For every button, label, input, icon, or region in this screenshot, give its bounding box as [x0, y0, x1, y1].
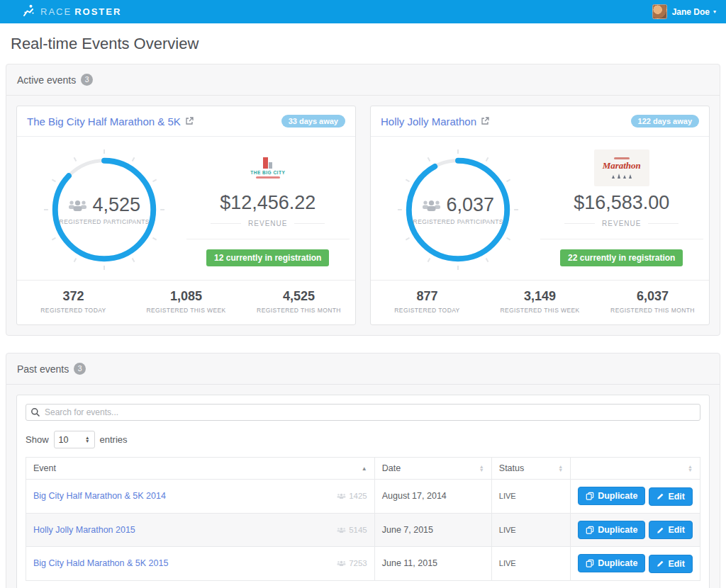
avatar: [652, 4, 667, 19]
brand-logo[interactable]: RACE ROSTER: [21, 4, 121, 21]
search-icon: [30, 407, 40, 420]
days-away-badge: 33 days away: [281, 115, 345, 128]
entries-select-value: 10: [59, 435, 69, 445]
stat-registered-today: 877 REGISTERED TODAY: [371, 289, 484, 314]
event-row-link[interactable]: Holly Jolly Marathon 2015: [33, 525, 135, 535]
duplicate-icon: [586, 492, 594, 500]
active-event-cards: The Big City Half Marathon & 5K 33 days …: [6, 96, 720, 335]
days-away-badge: 122 days away: [631, 115, 699, 128]
duplicate-button[interactable]: Duplicate: [578, 554, 645, 572]
user-menu[interactable]: Jane Doe ▾: [652, 4, 716, 19]
row-date: June 7, 2015: [374, 513, 491, 547]
column-header-event[interactable]: Event▲: [26, 458, 375, 480]
participants-icon: [337, 492, 346, 499]
sort-both-icon: ▲▼: [558, 465, 563, 472]
event-name: The Big City Half Marathon & 5K: [27, 115, 181, 128]
active-events-panel: Active events 3 The Big City Half Marath…: [6, 64, 720, 336]
stat-registered-week: 1,085 REGISTERED THIS WEEK: [130, 289, 242, 314]
stat-registered-today: 372 REGISTERED TODAY: [17, 289, 130, 314]
event-card: Holly Jolly Marathon 122 days away: [370, 106, 710, 325]
revenue-label: REVENUE: [248, 220, 287, 227]
stat-registered-month: 4,525 REGISTERED THIS MONTH: [242, 289, 355, 314]
sort-both-icon: ▲▼: [688, 465, 693, 472]
table-row: Holly Jolly Marathon 2015 5145 June 7, 2…: [26, 513, 700, 547]
past-events-title: Past events: [17, 363, 69, 375]
active-events-title: Active events: [17, 74, 76, 86]
table-row: Big City Hald Marathon & 5K 2015 7253 Ju…: [26, 547, 700, 581]
past-events-count-badge: 3: [74, 363, 86, 375]
pencil-icon: [657, 560, 664, 567]
table-row: Big City Half Marathon & 5K 2014 1425 Au…: [26, 480, 700, 514]
past-events-table-card: Show 10 ▲▼ entries Event▲ Date▲▼ Status▲…: [16, 395, 710, 588]
row-date: June 11, 2015: [374, 547, 491, 581]
edit-button[interactable]: Edit: [649, 487, 693, 506]
duplicate-button[interactable]: Duplicate: [578, 487, 645, 505]
past-events-panel: Past events 3 Show 10 ▲▼ entries: [6, 353, 720, 588]
select-arrows-icon: ▲▼: [85, 436, 89, 443]
event-link[interactable]: The Big City Half Marathon & 5K: [27, 115, 194, 128]
active-events-count-badge: 3: [81, 74, 93, 86]
stat-registered-month: 6,037 REGISTERED THIS MONTH: [596, 289, 709, 314]
sort-asc-icon: ▲: [362, 465, 367, 472]
revenue-amount: $12,456.22: [220, 192, 315, 214]
event-card: The Big City Half Marathon & 5K 33 days …: [16, 106, 356, 325]
row-participant-count: 1425: [337, 492, 367, 500]
edit-button[interactable]: Edit: [649, 555, 693, 573]
revenue-label: REVENUE: [602, 220, 641, 227]
search-events: [26, 404, 700, 421]
event-row-link[interactable]: Big City Half Marathon & 5K 2014: [33, 491, 166, 501]
status-badge: LIVE: [491, 480, 570, 514]
in-registration-badge: 12 currently in registration: [206, 249, 329, 266]
status-badge: LIVE: [491, 547, 570, 581]
runner-icon: [21, 4, 35, 21]
search-input[interactable]: [26, 404, 700, 421]
external-link-icon: [481, 117, 489, 125]
row-date: August 17, 2014: [374, 480, 491, 514]
column-header-date[interactable]: Date▲▼: [374, 458, 491, 480]
user-name: Jane Doe: [672, 7, 710, 17]
brand-roster-text: ROSTER: [74, 6, 121, 17]
chevron-down-icon: ▾: [713, 9, 716, 15]
event-link[interactable]: Holly Jolly Marathon: [381, 115, 489, 128]
brand-race-text: RACE: [40, 6, 72, 17]
past-events-table: Event▲ Date▲▼ Status▲▼ ▲▼ Big Ci: [26, 457, 700, 581]
event-name: Holly Jolly Marathon: [381, 115, 476, 128]
row-participant-count: 7253: [337, 559, 367, 567]
participants-icon: [337, 560, 346, 567]
participants-icon: [337, 526, 346, 533]
status-badge: LIVE: [491, 513, 570, 547]
event-logo-text: THE BIG CITY: [250, 170, 285, 175]
participants-donut: 6,037 REGISTERED PARTICIPANTS: [376, 147, 540, 273]
event-logo-text: Marathon: [603, 160, 641, 171]
column-header-status[interactable]: Status▲▼: [491, 458, 570, 480]
stat-registered-week: 3,149 REGISTERED THIS WEEK: [484, 289, 596, 314]
edit-button[interactable]: Edit: [649, 521, 693, 539]
page-title: Real-time Events Overview: [11, 35, 726, 53]
show-label: Show: [26, 434, 49, 445]
participants-donut: 4,525 REGISTERED PARTICIPANTS: [23, 147, 186, 273]
duplicate-icon: [586, 559, 594, 567]
past-events-header: Past events 3: [6, 354, 720, 385]
event-row-link[interactable]: Big City Hald Marathon & 5K 2015: [33, 558, 168, 568]
sort-both-icon: ▲▼: [479, 465, 484, 472]
active-events-header: Active events 3: [6, 64, 720, 96]
entries-select[interactable]: 10 ▲▼: [54, 431, 95, 448]
in-registration-badge: 22 currently in registration: [560, 249, 683, 266]
revenue-amount: $16,583.00: [574, 192, 669, 214]
duplicate-icon: [586, 526, 594, 534]
column-header-actions[interactable]: ▲▼: [571, 458, 700, 480]
pencil-icon: [657, 492, 664, 500]
duplicate-button[interactable]: Duplicate: [578, 521, 645, 539]
pencil-icon: [657, 526, 664, 534]
event-logo: THE BIG CITY: [250, 149, 285, 186]
entries-label: entries: [100, 434, 128, 445]
row-participant-count: 5145: [337, 526, 367, 534]
external-link-icon: [185, 117, 194, 125]
trees-icon: [612, 174, 632, 179]
top-header: RACE ROSTER Jane Doe ▾: [0, 0, 726, 23]
event-logo: Marathon: [594, 149, 649, 186]
